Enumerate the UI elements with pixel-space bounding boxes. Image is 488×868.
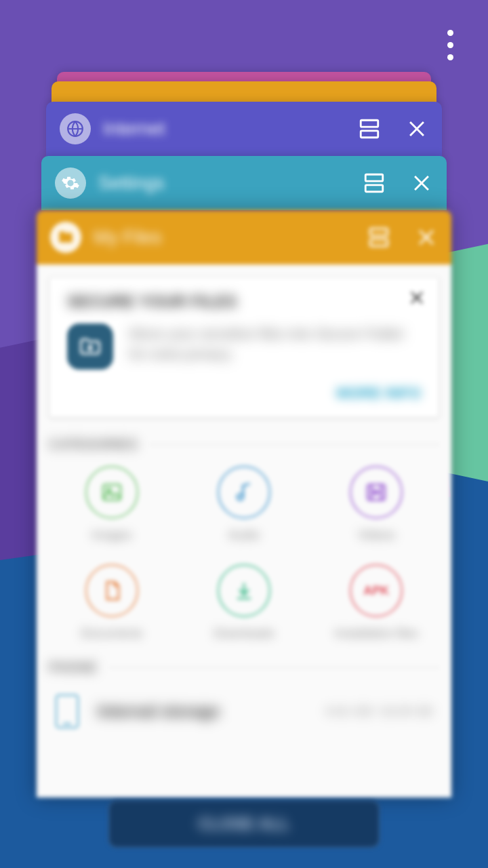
svg-rect-2 [361, 131, 378, 138]
close-icon[interactable] [410, 172, 433, 195]
category-apk[interactable]: APK Installation files [335, 564, 418, 641]
more-options-menu[interactable] [436, 24, 464, 65]
image-icon [85, 466, 138, 519]
promo-link[interactable]: MORE INFO [67, 384, 421, 402]
recent-card-settings[interactable]: Settings [41, 156, 447, 210]
recent-card-internet[interactable]: Internet [46, 102, 442, 156]
close-icon[interactable] [415, 226, 438, 249]
category-videos[interactable]: Videos [350, 466, 403, 542]
split-view-icon[interactable] [358, 117, 381, 140]
document-icon [85, 564, 138, 617]
app-title: Settings [98, 173, 165, 194]
promo-title: SECURE YOUR FILES [67, 292, 421, 311]
recents-card-stack: Internet Settings My Files [37, 72, 451, 797]
apk-icon: APK [350, 564, 403, 617]
category-audio[interactable]: Audio [218, 466, 270, 542]
download-icon [218, 564, 270, 617]
section-categories-label: CATEGORIES [49, 437, 138, 452]
recent-card-myfiles[interactable]: My Files SECURE YOUR FILES Move your [37, 210, 451, 797]
promo-card: SECURE YOUR FILES Move your sensitive fi… [49, 277, 439, 418]
folder-icon [50, 222, 81, 253]
category-images[interactable]: Images [85, 466, 138, 542]
storage-name: Internal storage [98, 702, 307, 721]
secure-folder-icon [67, 323, 113, 370]
gear-icon [55, 167, 86, 199]
svg-rect-3 [365, 174, 383, 181]
close-all-button[interactable]: CLOSE ALL [108, 800, 380, 848]
svg-rect-5 [370, 229, 388, 235]
category-downloads[interactable]: Downloads [214, 564, 274, 641]
svg-rect-8 [103, 485, 121, 500]
svg-rect-4 [365, 185, 383, 192]
globe-icon [60, 113, 91, 144]
app-title: My Files [94, 227, 162, 248]
phone-icon [56, 694, 79, 728]
storage-size: 6.61 GB / 16.00 GB [326, 705, 432, 719]
svg-point-7 [89, 346, 92, 349]
internal-storage-row[interactable]: Internal storage 6.61 GB / 16.00 GB [49, 689, 439, 734]
close-icon[interactable] [405, 117, 428, 140]
svg-rect-6 [370, 239, 388, 246]
promo-description: Move your sensitive files into Secure Fo… [129, 323, 421, 370]
svg-rect-1 [361, 120, 378, 127]
categories-grid: Images Audio Videos [49, 466, 439, 641]
section-phone-label: PHONE [49, 660, 97, 675]
music-icon [218, 466, 270, 519]
myfiles-body: SECURE YOUR FILES Move your sensitive fi… [37, 264, 451, 797]
svg-rect-11 [368, 485, 386, 500]
split-view-icon[interactable] [367, 226, 390, 249]
category-documents[interactable]: Documents [81, 564, 142, 641]
video-icon [350, 466, 403, 519]
split-view-icon[interactable] [363, 172, 386, 195]
app-title: Internet [103, 119, 165, 140]
